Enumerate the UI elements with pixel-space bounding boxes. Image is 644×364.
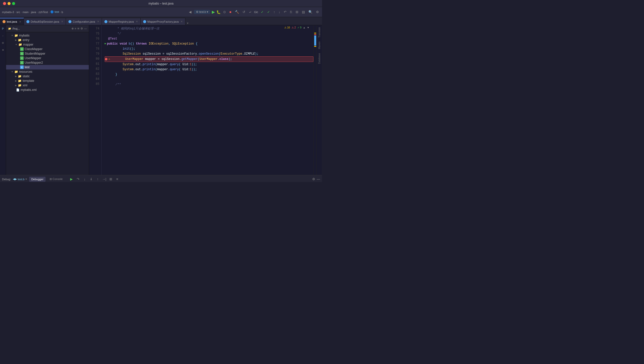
tree-item-entry[interactable]: ▶ 📁 entry [6, 38, 89, 42]
sidebar-icon-pullrequest[interactable]: ⊕ [1, 40, 6, 45]
code-line-84 [105, 77, 313, 82]
database-tab[interactable]: Database [317, 51, 321, 66]
scroll-down-icon[interactable]: ▼ [307, 26, 309, 29]
search-icon[interactable]: 🔍 [307, 10, 313, 14]
tab-close-dsql[interactable]: ✕ [61, 20, 63, 23]
tab-defaultsqlsession[interactable]: DefaultSqlSession.java ✕ [24, 18, 66, 25]
debug-panel: Debug: ◀▶ test.b ✕ Debugger ⊞ Console ▶ … [0, 175, 322, 182]
maximize-button[interactable] [12, 2, 15, 5]
debug-tab-close[interactable]: ✕ [25, 178, 27, 180]
project-settings-icon[interactable]: ⚙ [80, 27, 83, 30]
more-tabs-button[interactable]: ▾ [185, 21, 190, 25]
step-out-btn[interactable]: ↑ [95, 176, 100, 182]
sidebar-icon-favorites[interactable]: ★ [1, 47, 6, 52]
copy-icon[interactable]: ⎘ [289, 10, 293, 14]
git-check1[interactable]: ✓ [260, 10, 265, 14]
right-panel-tabs: Translate Maven Database [316, 25, 322, 175]
toolbar-right: ◀ ⚙ test.b ▾ ▶ 🐛 ⊙ ■ 🔨 ↺ ⤾ Git: ✓ ✓ ↑ ↓ … [188, 10, 320, 14]
sidebar-icon-commit[interactable]: ↑ [1, 33, 6, 38]
tab-close-conf[interactable]: ✕ [97, 20, 99, 23]
close-button[interactable] [3, 2, 6, 5]
tab-mapperproxyfactory[interactable]: MapperProxyFactory.java ✕ [141, 18, 186, 25]
back-icon[interactable]: ◀ [188, 10, 192, 14]
project-icon-3[interactable]: ≋ [77, 27, 79, 30]
tree-item-resources[interactable]: ▼ 📁 resources [6, 69, 89, 74]
minimize-button[interactable] [8, 2, 11, 5]
tab-icon-mpf [143, 20, 146, 23]
debugger-tab[interactable]: Debugger [29, 177, 45, 182]
force-step-into-btn[interactable]: ⇓ [88, 176, 94, 182]
scroll-up-icon[interactable]: ▲ [303, 26, 305, 29]
tree-item-static[interactable]: ▶ 📁 static [6, 74, 89, 79]
trace-over-btn[interactable]: ≡ [114, 176, 120, 182]
translate-icon[interactable]: ⊞ [295, 10, 299, 14]
tree-item-xml[interactable]: ▶ 📁 xml [6, 83, 89, 88]
debug-toolbar: ▶ ↷ ↓ ⇓ ↑ →| ⊞ ≡ [69, 176, 120, 182]
code-editor: ⚠ 16 ⚠ 2 ✓ 9 ▲ ▼ 74 75 76 77 78 79 80 81… [89, 25, 316, 175]
stop-icon[interactable]: ■ [228, 10, 232, 14]
code-lines[interactable]: * 相同的sql只会编译处理一次 */ @Test ▶ public [102, 25, 316, 175]
debug-settings-icon[interactable]: ⚙ [312, 177, 315, 181]
history-icon[interactable]: ⤾ [248, 10, 253, 14]
tab-close-test[interactable]: ✕ [19, 20, 21, 23]
settings-icon[interactable]: ⚙ [315, 10, 320, 14]
git-arrow-up[interactable]: ↑ [272, 10, 276, 14]
tab-close-mr[interactable]: ✕ [136, 20, 138, 23]
translate-tab[interactable]: Translate [317, 25, 321, 40]
tab-mapperregistry[interactable]: MapperRegistry.java ✕ [102, 18, 141, 25]
build-icon[interactable]: 🔨 [234, 10, 240, 14]
tree-item-usermapper[interactable]: I UserMapper [6, 56, 89, 60]
debug-config-tab[interactable]: ◀▶ test.b ✕ [13, 177, 27, 181]
tree-item-test[interactable]: C test [6, 65, 89, 69]
project-icon-1[interactable]: ⊕ [71, 27, 74, 30]
tree-item-mybatisxml[interactable]: 📄 mybatis.xml [6, 88, 89, 92]
console-icon: ⊞ [50, 177, 52, 180]
resume-btn[interactable]: ▶ [69, 176, 74, 182]
run-config-selector[interactable]: ⚙ test.b ▾ [194, 10, 210, 14]
chevron-mapper: ▼ [15, 43, 17, 46]
interface-icon-studentmapper: I [20, 52, 24, 55]
evaluate-btn[interactable]: ⊞ [108, 176, 113, 182]
layout-icon[interactable]: ▤ [301, 10, 306, 14]
git-check2[interactable]: ✓ [266, 10, 271, 14]
coverage-icon[interactable]: ⊙ [222, 10, 227, 14]
project-header-icons: ⊕ ≡ ≋ ⚙ — [71, 27, 87, 30]
folder-icon-resources: 📁 [14, 70, 18, 74]
tree-item-classmapper[interactable]: I ClassMapper [6, 47, 89, 51]
console-tab[interactable]: ⊞ Console [48, 176, 65, 182]
tab-label-test: test.java [7, 20, 17, 23]
project-panel: 📁 Proj... ⊕ ≡ ≋ ⚙ — ▼ 📁 mybatis ▶ 📁 entr… [6, 25, 89, 175]
step-over-btn[interactable]: ↷ [75, 176, 81, 182]
run-button[interactable]: ▶ [212, 10, 215, 14]
run-to-cursor-btn[interactable]: →| [101, 176, 107, 182]
breakpoint-80[interactable] [105, 58, 107, 60]
tab-icon-conf [68, 20, 71, 23]
tree-item-template[interactable]: ▶ 📁 template [6, 79, 89, 83]
gutter-annotations: ⚠ 16 ⚠ 2 ✓ 9 ▲ ▼ [284, 26, 309, 29]
code-line-74: * 相同的sql只会编译处理一次 [105, 26, 313, 31]
sidebar-icon-project[interactable]: P [1, 26, 6, 31]
debug-panel-hide[interactable]: — [317, 177, 320, 181]
debug-button[interactable]: 🐛 [216, 10, 221, 14]
tab-configuration[interactable]: Configuration.java ✕ [66, 18, 102, 25]
gutter-error-1 [314, 34, 316, 35]
tree-item-mapper[interactable]: ▼ 📁 mapper [6, 42, 89, 47]
tree-item-mybatis[interactable]: ▼ 📁 mybatis [6, 33, 89, 38]
debug-label: Debug: [2, 178, 11, 181]
tab-icon-test [3, 20, 6, 23]
class-icon-test: C [20, 65, 24, 69]
step-into-btn[interactable]: ↓ [82, 176, 87, 182]
git-arrow-down[interactable]: ↓ [278, 10, 281, 14]
project-collapse-icon[interactable]: — [84, 27, 87, 30]
tab-close-mpf[interactable]: ✕ [181, 20, 183, 23]
tab-test-java[interactable]: test.java ✕ [0, 18, 24, 25]
revert-icon[interactable]: ↶ [283, 10, 288, 14]
project-icon-2[interactable]: ≡ [75, 27, 76, 30]
code-area[interactable]: 74 75 76 77 78 79 80 81 82 83 84 85 * 相同… [89, 25, 316, 175]
tree-item-usermapper2[interactable]: I UserMapper2 [6, 60, 89, 65]
reload-icon[interactable]: ↺ [242, 10, 246, 14]
git-label: Git: [254, 11, 258, 14]
tree-item-studentmapper[interactable]: I StudentMapper [6, 51, 89, 56]
maven-tab[interactable]: Maven [317, 40, 321, 51]
breadcrumb-project[interactable]: mybatis-3 [2, 11, 14, 14]
